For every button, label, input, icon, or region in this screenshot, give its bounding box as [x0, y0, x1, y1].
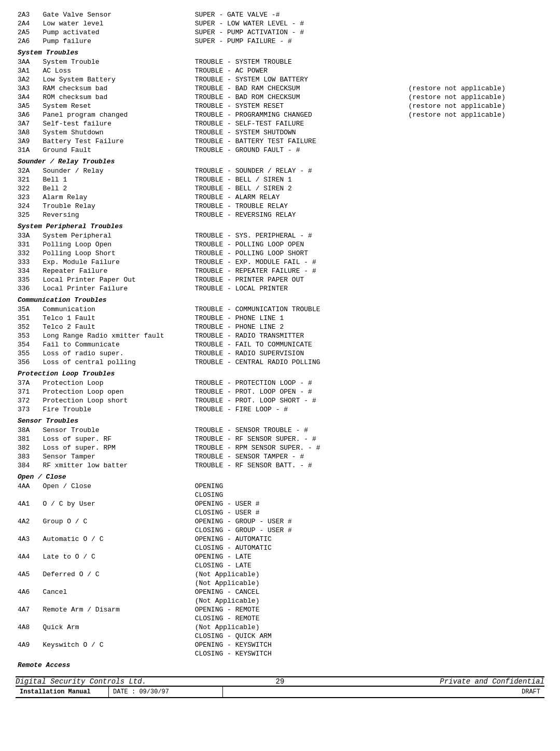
table-row: CLOSING [16, 491, 544, 499]
row-event: SUPER - PUMP FAILURE - # [193, 37, 407, 46]
row-event: TROUBLE - PROTECTION LOOP - # [193, 379, 407, 387]
row-note [406, 193, 544, 202]
row-code: 2A6 [16, 37, 40, 46]
table-row: 3A4ROM checksum badTROUBLE - BAD ROM CHE… [16, 93, 544, 102]
row-event: TROUBLE - BAD RAM CHECKSUM [193, 84, 407, 93]
table-row: 4A6CancelOPENING - CANCEL [16, 588, 544, 596]
row-note [406, 166, 544, 175]
row-code: 2A5 [16, 28, 40, 37]
row-event: OPENING - KEYSWITCH [193, 641, 407, 649]
row-desc: Protection Loop short [40, 396, 192, 405]
row-note [406, 588, 544, 596]
row-note [406, 202, 544, 211]
section-header: Communication Troubles [16, 293, 544, 305]
row-code: 331 [16, 240, 40, 249]
row-event: SUPER - PUMP ACTIVATION - # [193, 28, 407, 37]
table-row: 4A2Group O / COPENING - GROUP - USER # [16, 517, 544, 526]
row-event: TROUBLE - PHONE LINE 1 [193, 314, 407, 323]
table-row: CLOSING - QUICK ARM [16, 632, 544, 641]
row-event: TROUBLE - ALARM RELAY [193, 193, 407, 202]
row-event: TROUBLE - LOCAL PRINTER [193, 284, 407, 293]
row-event: TROUBLE - BATTERY TEST FAILURE [193, 137, 407, 146]
row-code: 4A6 [16, 588, 40, 596]
row-desc: System Peripheral [40, 231, 192, 240]
row-event: TROUBLE - SENSOR TAMPER - # [193, 452, 407, 461]
row-note [406, 426, 544, 435]
row-note [406, 649, 544, 658]
row-desc: Loss of super. RF [40, 435, 192, 443]
row-desc: Telco 2 Fault [40, 323, 192, 331]
row-event: TROUBLE - SELF-TEST FAILURE [193, 119, 407, 128]
row-desc [40, 508, 192, 517]
section-header: Protection Loop Troubles [16, 367, 544, 379]
row-desc: Alarm Relay [40, 193, 192, 202]
row-note [406, 552, 544, 561]
table-row: 352Telco 2 FaultTROUBLE - PHONE LINE 2 [16, 323, 544, 331]
table-row: 4A1O / C by UserOPENING - USER # [16, 499, 544, 508]
row-desc: RAM checksum bad [40, 84, 192, 93]
row-code: 325 [16, 211, 40, 219]
row-code: 4A8 [16, 623, 40, 632]
row-desc: RF xmitter low batter [40, 461, 192, 470]
row-desc: Deferred O / C [40, 570, 192, 579]
table-row: 382Loss of super. RPMTROUBLE - RPM SENSO… [16, 443, 544, 452]
row-code: 3A3 [16, 84, 40, 93]
table-row: 381Loss of super. RFTROUBLE - RF SENSOR … [16, 435, 544, 443]
table-row: 4A7Remote Arm / DisarmOPENING - REMOTE [16, 605, 544, 614]
row-desc: Remote Arm / Disarm [40, 605, 192, 614]
row-event: OPENING - CANCEL [193, 588, 407, 596]
table-row: 31AGround FaultTROUBLE - GROUND FAULT - … [16, 146, 544, 155]
row-desc: Loss of central polling [40, 358, 192, 367]
row-note [406, 249, 544, 258]
row-note [406, 340, 544, 349]
row-event: TROUBLE - RPM SENSOR SUPER. - # [193, 443, 407, 452]
row-note [406, 561, 544, 570]
row-desc: Repeater Failure [40, 267, 192, 275]
table-row: 353Long Range Radio xmitter faultTROUBLE… [16, 331, 544, 340]
row-event: TROUBLE - POLLING LOOP OPEN [193, 240, 407, 249]
row-note [406, 128, 544, 137]
table-row: 33ASystem PeripheralTROUBLE - SYS. PERIP… [16, 231, 544, 240]
row-note [406, 28, 544, 37]
table-row: 4AAOpen / CloseOPENING [16, 482, 544, 491]
row-code: 3A2 [16, 75, 40, 84]
row-code [16, 649, 40, 658]
row-event: TROUBLE - SYSTEM TROUBLE [193, 58, 407, 66]
row-code: 4A1 [16, 499, 40, 508]
row-desc: Polling Loop Open [40, 240, 192, 249]
row-note [406, 231, 544, 240]
table-row: CLOSING - LATE [16, 561, 544, 570]
row-code: 381 [16, 435, 40, 443]
row-note [406, 623, 544, 632]
row-note [406, 19, 544, 28]
row-note [406, 331, 544, 340]
row-code [16, 596, 40, 605]
row-desc: ROM checksum bad [40, 93, 192, 102]
row-code: 323 [16, 193, 40, 202]
row-event: TROUBLE - TROUBLE RELAY [193, 202, 407, 211]
row-code: 333 [16, 258, 40, 267]
row-code: 3A8 [16, 128, 40, 137]
row-code: 4A4 [16, 552, 40, 561]
row-desc: Pump activated [40, 28, 192, 37]
table-row: 335Local Printer Paper OutTROUBLE - PRIN… [16, 275, 544, 284]
row-code [16, 526, 40, 535]
table-row: 3A8System ShutdownTROUBLE - SYSTEM SHUTD… [16, 128, 544, 137]
row-event: TROUBLE - SENSOR TROUBLE - # [193, 426, 407, 435]
row-code: 2A4 [16, 19, 40, 28]
section-header: Sounder / Relay Troubles [16, 155, 544, 166]
row-note: (restore not applicable) [406, 93, 544, 102]
table-row: 3AASystem TroubleTROUBLE - SYSTEM TROUBL… [16, 58, 544, 66]
row-event: CLOSING - QUICK ARM [193, 632, 407, 641]
table-row: 4A8Quick Arm(Not Applicable) [16, 623, 544, 632]
row-desc: Bell 1 [40, 175, 192, 184]
section-header-label: Remote Access [16, 658, 544, 670]
footer-bar: Digital Security Controls Ltd. 29 Privat… [16, 676, 544, 687]
main-table: 2A3Gate Valve SensorSUPER - GATE VALVE -… [16, 10, 544, 670]
table-row: 4A3Automatic O / COPENING - AUTOMATIC [16, 535, 544, 544]
row-code [16, 614, 40, 623]
row-note [406, 535, 544, 544]
row-code: 351 [16, 314, 40, 323]
row-note [406, 461, 544, 470]
row-event: TROUBLE - EXP. MODULE FAIL - # [193, 258, 407, 267]
